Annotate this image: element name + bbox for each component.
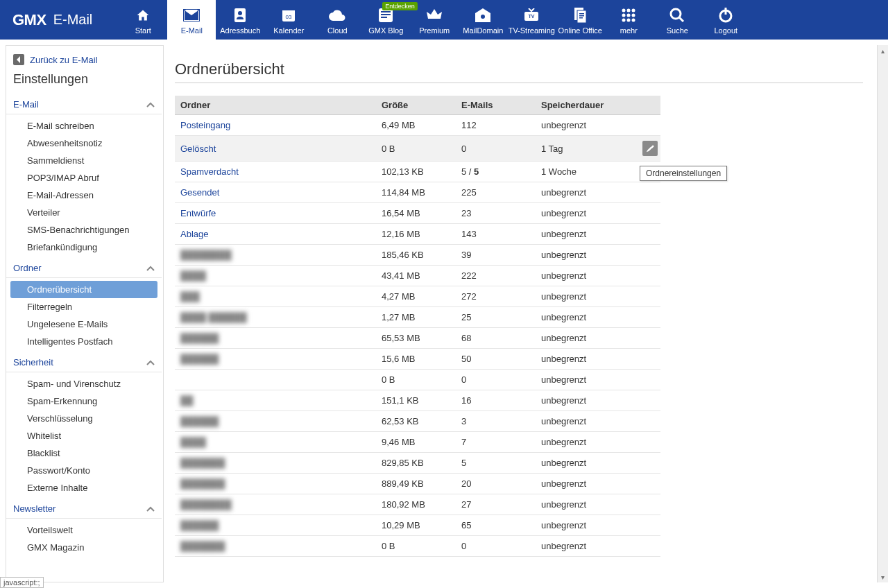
table-row[interactable]: ██████65,53 MB68unbegrenzt [175, 328, 660, 349]
chevron-left-icon [13, 54, 24, 65]
svg-point-21 [627, 13, 631, 17]
cell-retention: unbegrenzt [536, 474, 637, 494]
settings-sidebar: Zurück zu E-Mail Einstellungen E-MailE-M… [6, 45, 164, 582]
sidebar-item[interactable]: Passwort/Konto [6, 462, 162, 479]
sidebar-item[interactable]: Externe Inhalte [6, 479, 162, 496]
content-scrollbar[interactable]: ▴ ▾ [877, 45, 888, 582]
folder-link[interactable]: Gelöscht [180, 144, 216, 154]
nav-maildomain[interactable]: MailDomain [459, 0, 507, 40]
table-row[interactable]: ██████62,53 KB3unbegrenzt [175, 411, 660, 432]
table-row[interactable]: ██151,1 KB16unbegrenzt [175, 390, 660, 411]
group-header-e-mail[interactable]: E-Mail [6, 95, 162, 114]
cell-size: 1,27 MB [376, 307, 456, 328]
table-row[interactable]: ████████180,92 MB27unbegrenzt [175, 494, 660, 515]
table-row[interactable]: Gelöscht0 B01 Tag [175, 136, 660, 162]
nav-tv[interactable]: TVTV-Streaming [507, 0, 556, 40]
cell-mails: 65 [456, 515, 536, 536]
nav-label: Suche [667, 26, 688, 35]
status-bar: javascript:; [0, 577, 44, 588]
sidebar-item[interactable]: Whitelist [6, 427, 162, 444]
cell-mails: 5 [456, 453, 536, 474]
nav-blog[interactable]: EntdeckenGMX Blog [361, 0, 410, 40]
table-row[interactable]: Entwürfe16,54 MB23unbegrenzt [175, 203, 660, 224]
nav-cloud[interactable]: Cloud [313, 0, 361, 40]
sidebar-item[interactable]: Ungelesene E-Mails [6, 315, 162, 333]
table-row[interactable]: ████9,46 MB7unbegrenzt [175, 432, 660, 453]
table-row[interactable]: ███████889,49 KB20unbegrenzt [175, 474, 660, 494]
back-to-email-link[interactable]: Zurück zu E-Mail [6, 54, 162, 71]
nav-adressbuch[interactable]: Adressbuch [216, 0, 264, 40]
content-area: Ordnerübersicht Ordner Größe E-Mails Spe… [164, 40, 877, 588]
table-row[interactable]: Gesendet114,84 MB225unbegrenzt [175, 182, 660, 203]
table-row[interactable]: Ablage12,16 MB143unbegrenzt [175, 224, 660, 245]
folder-link[interactable]: Entwürfe [180, 208, 216, 218]
sidebar-item[interactable]: Sammeldienst [6, 152, 162, 169]
sidebar-item[interactable]: SMS-Benachrichtigungen [6, 221, 162, 239]
table-row[interactable]: ███████0 B0unbegrenzt [175, 536, 660, 557]
sidebar-item[interactable]: Intelligentes Postfach [6, 333, 162, 350]
cell-mails: 3 [456, 411, 536, 432]
sidebar-item[interactable]: Filterregeln [6, 298, 162, 315]
chevron-up-icon [146, 503, 155, 514]
sidebar-item[interactable]: Blacklist [6, 444, 162, 462]
sidebar-item[interactable]: Abwesenheitsnotiz [6, 135, 162, 152]
sidebar-item[interactable]: POP3/IMAP Abruf [6, 169, 162, 187]
sidebar-item[interactable]: Ordnerübersicht [10, 281, 157, 298]
folder-link[interactable]: Posteingang [180, 120, 230, 130]
nav-kalender[interactable]: 03Kalender [264, 0, 313, 40]
group-header-newsletter[interactable]: Newsletter [6, 499, 162, 519]
svg-rect-3 [282, 10, 295, 13]
folder-link[interactable]: Spamverdacht [180, 166, 239, 177]
svg-point-18 [627, 8, 631, 12]
cell-size: 0 B [376, 370, 456, 390]
col-header-size: Größe [376, 96, 456, 115]
sidebar-item[interactable]: Vorteilswelt [6, 521, 162, 539]
nav-mehr[interactable]: mehr [604, 0, 653, 40]
nav-start[interactable]: Start [119, 0, 167, 40]
sidebar-item[interactable]: Briefankündigung [6, 239, 162, 256]
cell-size: 9,46 MB [376, 432, 456, 453]
table-row[interactable]: 0 B0unbegrenzt [175, 370, 660, 390]
cell-mails: 143 [456, 224, 536, 245]
sidebar-item[interactable]: Spam- und Virenschutz [6, 375, 162, 392]
nav-office[interactable]: Online Office [556, 0, 604, 40]
table-row[interactable]: ████████185,46 KB39unbegrenzt [175, 245, 660, 266]
table-row[interactable]: ███████829,85 KB5unbegrenzt [175, 453, 660, 474]
table-row[interactable]: ██████10,29 MB65unbegrenzt [175, 515, 660, 536]
svg-point-19 [632, 8, 635, 12]
folder-link[interactable]: Ablage [180, 229, 208, 239]
cell-mails: 5 / 5 [456, 162, 536, 182]
nav-label: Kalender [273, 26, 304, 35]
table-row[interactable]: Spamverdacht102,13 KB5 / 51 Woche [175, 162, 660, 182]
group-header-ordner[interactable]: Ordner [6, 259, 162, 278]
cell-mails: 272 [456, 286, 536, 307]
table-row[interactable]: Posteingang6,49 MB112unbegrenzt [175, 115, 660, 136]
chevron-up-icon [146, 99, 155, 110]
table-row[interactable]: ██████15,6 MB50unbegrenzt [175, 349, 660, 370]
sidebar-item[interactable]: Spam-Erkennung [6, 392, 162, 410]
cell-mails: 23 [456, 203, 536, 224]
brand-product: E-Mail [53, 12, 93, 28]
sidebar-item[interactable]: Verteiler [6, 204, 162, 221]
cell-retention: unbegrenzt [536, 515, 637, 536]
table-row[interactable]: ████ ██████1,27 MB25unbegrenzt [175, 307, 660, 328]
folder-settings-button[interactable] [642, 141, 658, 156]
nav-premium[interactable]: Premium [410, 0, 459, 40]
sidebar-item[interactable]: E-Mail schreiben [6, 117, 162, 135]
nav-email[interactable]: E-Mail [167, 0, 216, 40]
brand-logo: GMX [12, 11, 46, 29]
sidebar-item[interactable]: GMX Magazin [6, 539, 162, 556]
folder-link[interactable]: Gesendet [180, 187, 219, 198]
cell-retention: unbegrenzt [536, 115, 637, 136]
cell-retention: unbegrenzt [536, 266, 637, 286]
nav-logout[interactable]: Logout [701, 0, 750, 40]
cell-mails: 112 [456, 115, 536, 136]
sidebar-item[interactable]: Verschlüsselung [6, 410, 162, 427]
group-header-sicherheit[interactable]: Sicherheit [6, 353, 162, 372]
table-row[interactable]: ███4,27 MB272unbegrenzt [175, 286, 660, 307]
nav-suche[interactable]: Suche [653, 0, 701, 40]
svg-rect-7 [381, 14, 391, 15]
sidebar-item[interactable]: E-Mail-Adressen [6, 187, 162, 204]
table-row[interactable]: ████43,41 MB222unbegrenzt [175, 266, 660, 286]
cell-retention: unbegrenzt [536, 411, 637, 432]
